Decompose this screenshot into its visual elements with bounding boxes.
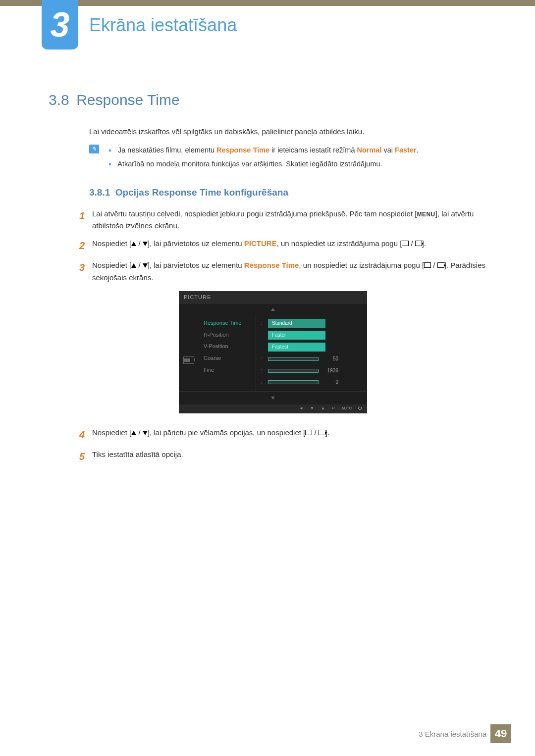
osd-menu-fine: Fine [199, 364, 256, 376]
step-4: 4 Nospiediet [ / ], lai pārietu pie vēla… [79, 427, 490, 443]
osd-scroll-down [179, 391, 367, 404]
osd-title: PICTURE [179, 291, 367, 304]
note-item-1: Ja neskatāties filmu, elementu Response … [109, 144, 490, 157]
note-item-2: Atkarībā no modeļa monitora funkcijas va… [109, 157, 490, 171]
top-bar [0, 0, 535, 6]
osd-fine-bar [268, 380, 319, 384]
step-3: 3 Nospiediet [ / ], lai pārvietotos uz e… [79, 259, 490, 421]
osd-menu: Response Time H-Position V-Position Coar… [199, 314, 256, 391]
section-heading: 3.8 Response Time [49, 92, 180, 108]
osd-power-icon: ⏻ [356, 406, 363, 412]
osd-menu-h-position: H-Position [199, 329, 256, 341]
osd-menu-coarse: Coarse [199, 353, 256, 364]
chapter-number: 3 [51, 7, 70, 42]
osd-nav-enter-icon: ↵ [330, 406, 337, 412]
step-5: 5 Tiks iestatīta atlasītā opcija. [79, 449, 490, 464]
section-title: Response Time [76, 92, 179, 108]
footer-text: 3 Ekrāna iestatīšana [419, 730, 486, 738]
bullet-icon [109, 163, 111, 165]
up-down-icon: / [131, 238, 148, 250]
menu-label: MENU [417, 211, 435, 218]
step-1: 1 Lai atvērtu taustiņu ceļvedi, nospiedi… [79, 208, 490, 232]
steps-list: 1 Lai atvērtu taustiņu ceļvedi, nospiedi… [79, 208, 490, 470]
osd-nav-down-icon: ▼ [309, 406, 316, 412]
chapter-badge: 3 [42, 0, 78, 50]
osd-footer: ◄ ▼ ▲ ↵ AUTO ⏻ [179, 404, 367, 413]
osd-nav-up-icon: ▲ [320, 406, 326, 412]
osd-menu-v-position: V-Position [199, 341, 256, 353]
osd-values: :Standard Faster Fastest :50 :1936 :0 [256, 314, 367, 391]
osd-hpos-bar [268, 357, 319, 361]
osd-scroll-up [179, 304, 367, 315]
osd-menu-response-time: Response Time [199, 317, 256, 329]
page-number: 49 [490, 724, 511, 743]
bullet-icon [109, 150, 111, 151]
section-number: 3.8 [49, 92, 69, 108]
picture-icon [183, 356, 194, 364]
chapter-title: Ekrāna iestatīšana [89, 15, 237, 36]
subsection-number: 3.8.1 [89, 187, 110, 198]
subsection-title: Opcijas Response Time konfigurēšana [115, 187, 288, 198]
note-block: ✎ Ja neskatāties filmu, elementu Respons… [89, 144, 490, 171]
osd-left-icon [179, 314, 199, 391]
osd-option-standard: Standard [268, 319, 325, 328]
osd-auto-label: AUTO [341, 406, 352, 412]
enter-icon: / [305, 427, 325, 439]
osd-coarse-bar [268, 369, 319, 373]
up-down-icon: / [131, 427, 148, 439]
enter-icon: / [424, 259, 444, 271]
osd-option-faster: Faster [268, 331, 325, 340]
osd-screenshot: PICTURE Response Time H-Position V-Posit… [179, 291, 367, 413]
step-2: 2 Nospiediet [ / ], lai pārvietotos uz e… [79, 238, 490, 253]
enter-icon: / [402, 238, 422, 250]
osd-option-fastest: Fastest [268, 343, 325, 352]
page-footer: 3 Ekrāna iestatīšana 49 [419, 724, 511, 743]
intro-text: Lai videoattēls izskatītos vēl spilgtāks… [89, 127, 490, 136]
osd-nav-left-icon: ◄ [298, 406, 305, 412]
up-down-icon: / [131, 259, 148, 271]
note-icon: ✎ [89, 145, 99, 153]
subsection-heading: 3.8.1 Opcijas Response Time konfigurēšan… [89, 187, 288, 198]
